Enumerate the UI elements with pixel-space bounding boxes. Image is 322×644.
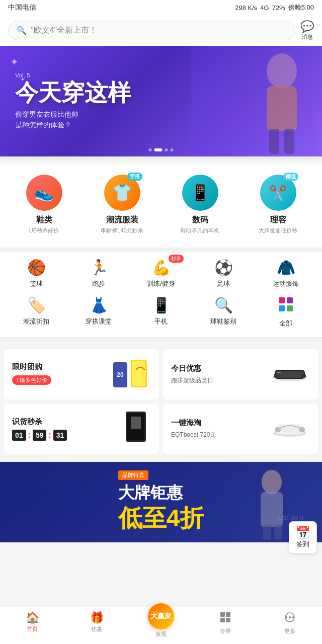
dot1: [149, 148, 152, 151]
fashion-sub: 串标裤140元秒杀: [101, 227, 143, 234]
banner-vol: Vol. 5: [15, 72, 131, 79]
training-label: 训练/健身: [147, 279, 175, 288]
fashion-icon: 👕 穿搭: [104, 175, 140, 211]
svg-rect-3: [284, 129, 294, 154]
sign-calendar-icon: 📅: [295, 526, 310, 540]
time: 傍晚5:00: [288, 3, 314, 12]
brand-tag: 品牌特卖: [118, 470, 148, 480]
brand-title-line2: 低至4折: [118, 502, 204, 534]
styling-icon: 👗: [90, 296, 108, 314]
banner[interactable]: Vol. 5 今天穿这样 偷穿男友衣服比他帅 是种怎样的体验？ ✦ ✦: [0, 46, 322, 156]
beauty-icon: ✂️ 颜值: [260, 175, 296, 211]
promo-daily-deal[interactable]: 今日优惠 跑步超级品类日: [163, 349, 318, 399]
search-text[interactable]: "欧文4"全新上市！: [31, 25, 97, 36]
fashion-label: 潮流服装: [106, 215, 138, 225]
search-bar: 🔍 "欧文4"全新上市！ 💬 消息: [0, 15, 322, 46]
speed: 298 K/s: [235, 4, 257, 12]
banner-sub1: 偷穿男友衣服比他帅 是种怎样的体验？: [15, 109, 131, 130]
promo-daily-deal-sub: 跑步超级品类日: [171, 376, 270, 385]
phone-label: 手机: [154, 317, 168, 326]
promo-overseas-info: 一键海淘 EQTboost 720元: [171, 418, 270, 439]
message-button[interactable]: 💬 消息: [300, 20, 314, 41]
styling-label: 穿搭课堂: [86, 317, 112, 326]
divider2: [0, 248, 322, 252]
svg-text:20: 20: [117, 371, 124, 378]
svg-rect-16: [274, 374, 279, 378]
bottom-spacer: [0, 542, 322, 583]
sub-cat-football[interactable]: ⚽ 足球: [196, 255, 251, 292]
timer-minutes: 59: [33, 430, 47, 441]
timer-hours: 01: [12, 430, 26, 441]
promo-daily-deal-title: 今日优惠: [171, 364, 270, 373]
digital-icon: 📱: [182, 175, 218, 211]
promo-flash-sale-title: 识货秒杀: [12, 417, 121, 427]
all-icon: [278, 296, 294, 316]
sub-cat-all[interactable]: 全部: [258, 292, 313, 332]
sub-cat-training[interactable]: 秒杀 💪 训练/健身: [133, 255, 189, 292]
sub-cat-discount[interactable]: 🏷️ 潮流折扣: [9, 292, 64, 332]
promo-group-buy-title: 限时团购: [12, 362, 111, 372]
promo-group-buy-img: 20: [111, 355, 151, 394]
svg-rect-4: [279, 297, 285, 303]
category-digital[interactable]: 📱 数码 聆听不凡的耳机: [165, 175, 235, 234]
banner-person-image: [191, 46, 322, 156]
identify-icon: 🔍: [214, 296, 233, 314]
promo-flash-sale-img: [121, 409, 151, 449]
timer-sep2: :: [48, 431, 51, 440]
football-icon: ⚽: [214, 259, 233, 276]
sign-in-label: 签到: [295, 540, 310, 549]
sub-cat-phone[interactable]: 📱 手机: [133, 292, 189, 332]
timer: 01 : 59 : 31: [12, 430, 121, 441]
discount-icon: 🏷️: [27, 296, 46, 314]
banner-title: 今天穿这样: [15, 81, 131, 104]
sub-cat-row1: 🏀 篮球 🏃 跑步 秒杀 💪 训练/健身 ⚽ 足球 🧥 运动服饰: [0, 255, 322, 292]
sub-cat-styling[interactable]: 👗 穿搭课堂: [71, 292, 126, 332]
svg-rect-17: [301, 374, 306, 378]
category-beauty[interactable]: ✂️ 颜值 理容 大牌发油低价秒: [243, 175, 313, 234]
divider1: [0, 156, 322, 160]
status-bar: 中国电信 298 K/s 4G 72% 傍晚5:00: [0, 0, 322, 15]
promo-group-buy[interactable]: 限时团购 T恤多色好价 20: [4, 349, 159, 399]
brand-banner[interactable]: 品牌特卖 大牌钜惠 低至4折 JUST DO IT.: [0, 462, 322, 542]
shoes-icon: 👟: [26, 175, 62, 211]
sportswear-label: 运动服饰: [273, 279, 299, 288]
svg-rect-7: [287, 305, 293, 311]
category-fashion[interactable]: 👕 穿搭 潮流服装 串标裤140元秒杀: [87, 175, 157, 234]
sub-categories: 🏀 篮球 🏃 跑步 秒杀 💪 训练/健身 ⚽ 足球 🧥 运动服饰 🏷️ 潮流折扣…: [0, 253, 322, 337]
promo-overseas-title: 一键海淘: [171, 418, 270, 428]
promo-overseas[interactable]: 一键海淘 EQTboost 720元: [163, 404, 318, 454]
message-label: 消息: [302, 33, 313, 41]
svg-point-27: [262, 470, 282, 494]
sub-cat-running[interactable]: 🏃 跑步: [71, 255, 126, 292]
signal: 4G: [260, 4, 269, 12]
category-row: 👟 鞋类 UB秒杀好价 👕 穿搭 潮流服装 串标裤140元秒杀 📱 数码 聆听不…: [0, 175, 322, 234]
banner-content: Vol. 5 今天穿这样 偷穿男友衣服比他帅 是种怎样的体验？: [0, 62, 146, 140]
basketball-icon: 🏀: [27, 259, 46, 276]
promo-daily-deal-info: 今日优惠 跑步超级品类日: [171, 364, 270, 385]
category-shoes[interactable]: 👟 鞋类 UB秒杀好价: [9, 175, 79, 234]
digital-label: 数码: [192, 215, 208, 225]
promo-flash-sale[interactable]: 识货秒杀 01 : 59 : 31: [4, 404, 159, 454]
svg-rect-1: [267, 86, 297, 131]
message-icon: 💬: [300, 20, 314, 33]
training-icon: 💪: [152, 259, 171, 276]
timer-seconds: 31: [53, 430, 67, 441]
svg-rect-6: [279, 305, 285, 311]
divider3: [0, 337, 322, 341]
sub-cat-sportswear[interactable]: 🧥 运动服饰: [258, 255, 313, 292]
promo-overseas-img: [270, 414, 310, 444]
identify-label: 球鞋鉴别: [210, 317, 236, 326]
promo-group-buy-tag: T恤多色好价: [12, 375, 51, 385]
svg-rect-28: [261, 492, 283, 527]
phone-icon: 📱: [152, 296, 171, 314]
digital-sub: 聆听不凡的耳机: [181, 227, 219, 234]
banner-dots: [149, 148, 174, 151]
promo-daily-deal-img: [270, 360, 310, 389]
dot3: [165, 148, 168, 151]
sub-cat-basketball[interactable]: 🏀 篮球: [9, 255, 64, 292]
sub-cat-identify[interactable]: 🔍 球鞋鉴别: [196, 292, 251, 332]
sign-in-float[interactable]: 📅 签到: [289, 521, 317, 553]
sportswear-icon: 🧥: [277, 259, 295, 276]
beauty-sub: 大牌发油低价秒: [259, 227, 297, 234]
search-input-wrap[interactable]: 🔍 "欧文4"全新上市！: [8, 21, 295, 40]
